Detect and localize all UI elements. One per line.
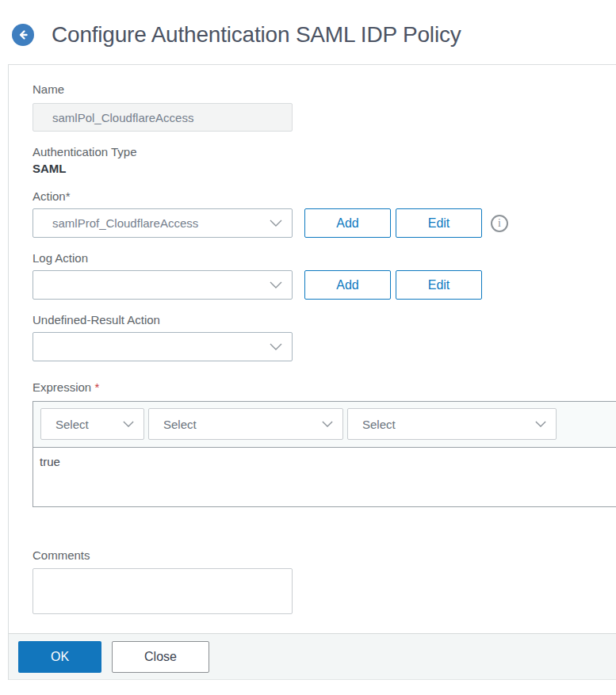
name-input [33,103,293,132]
name-label: Name [33,82,616,96]
expression-input[interactable]: true [33,448,616,506]
close-button[interactable]: Close [112,641,209,673]
auth-type-label: Authentication Type [33,145,616,158]
back-button[interactable] [12,24,34,46]
action-select[interactable]: samlProf_CloudflareAccess [33,208,293,238]
auth-type-value: SAML [33,162,616,175]
expression-select-1[interactable]: Select [40,408,144,440]
undefined-result-action-label: Undefined-Result Action [33,313,616,326]
undefined-result-action-select[interactable] [33,332,293,361]
log-action-edit-button[interactable]: Edit [396,270,482,300]
log-action-add-button[interactable]: Add [304,270,391,300]
expression-select-3[interactable]: Select [347,408,557,440]
page-title: Configure Authentication SAML IDP Policy [52,22,461,48]
back-arrow-icon [17,29,29,41]
expression-label-text: Expression [33,380,91,394]
expression-builder: Select Select Select [33,401,616,507]
expression-select-1-label: Select [55,418,89,431]
action-selected-value: samlProf_CloudflareAccess [52,216,198,230]
page-header: Configure Authentication SAML IDP Policy [0,0,616,48]
form-content: Name Authentication Type SAML Action* sa… [9,65,616,633]
expression-label: Expression * [33,380,616,394]
expression-builder-toolbar: Select Select Select [33,402,616,448]
log-action-label: Log Action [33,251,616,265]
ok-button[interactable]: OK [18,641,101,673]
action-edit-button[interactable]: Edit [396,208,482,238]
chevron-down-icon [270,343,282,350]
expression-select-3-label: Select [362,418,396,431]
configure-saml-idp-policy-page: Configure Authentication SAML IDP Policy… [0,0,616,695]
expression-required-mark: * [94,380,99,394]
comments-label: Comments [33,548,616,562]
footer-action-bar: OK Close [9,633,616,680]
chevron-down-icon [270,281,282,288]
action-label: Action* [33,189,616,203]
action-add-button[interactable]: Add [304,208,391,238]
chevron-down-icon [270,220,282,227]
info-icon[interactable]: i [491,215,508,232]
chevron-down-icon [524,421,546,427]
comments-input[interactable] [33,568,293,614]
expression-select-2-label: Select [163,418,197,431]
form-panel: Name Authentication Type SAML Action* sa… [8,64,616,680]
expression-select-2[interactable]: Select [148,408,343,440]
chevron-down-icon [311,421,333,427]
log-action-select[interactable] [33,270,293,300]
chevron-down-icon [112,421,134,427]
